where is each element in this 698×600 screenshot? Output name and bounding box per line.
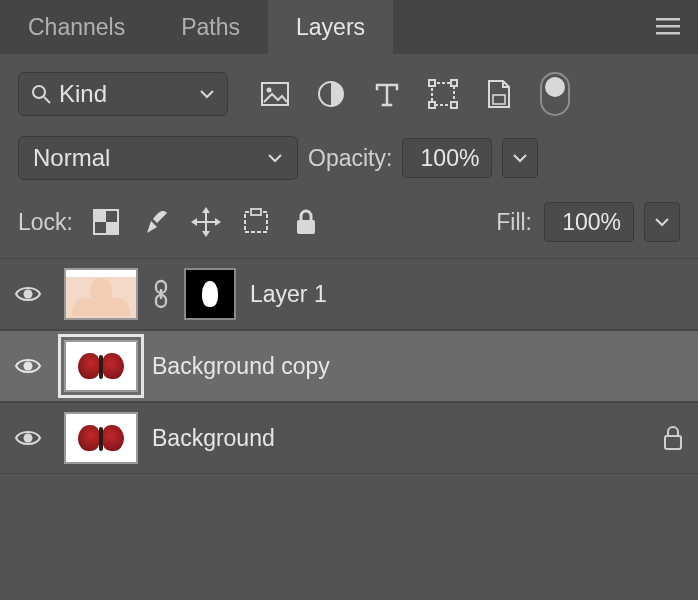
svg-rect-22 — [251, 209, 261, 215]
panel-tabs: Channels Paths Layers — [0, 0, 698, 54]
lock-icon — [662, 425, 684, 451]
filter-kind-dropdown[interactable]: Kind — [18, 72, 228, 116]
blend-mode-value: Normal — [33, 144, 267, 172]
svg-rect-0 — [656, 18, 680, 21]
lock-icons-group — [91, 207, 321, 237]
visibility-toggle[interactable] — [6, 284, 50, 304]
butterfly-thumb-image — [76, 423, 126, 453]
opacity-value-input[interactable]: 100% — [402, 138, 492, 178]
filter-type-icons — [260, 72, 570, 116]
lock-transparency-icon[interactable] — [91, 207, 121, 237]
layer-name[interactable]: Layer 1 — [250, 281, 327, 308]
svg-point-3 — [33, 86, 45, 98]
svg-marker-19 — [191, 218, 197, 226]
filter-adjustment-icon[interactable] — [316, 79, 346, 109]
layer-thumbnail[interactable] — [64, 340, 138, 392]
tab-paths[interactable]: Paths — [153, 0, 268, 54]
butterfly-thumb-image — [76, 351, 126, 381]
filter-type-icon[interactable] — [372, 79, 402, 109]
hamburger-icon — [656, 17, 680, 37]
svg-marker-20 — [215, 218, 221, 226]
eye-icon — [14, 428, 42, 448]
svg-point-29 — [24, 434, 33, 443]
tab-label: Paths — [181, 14, 240, 41]
tabs-spacer — [393, 0, 638, 54]
fill-label: Fill: — [496, 209, 532, 236]
mask-shape — [202, 281, 218, 307]
tab-channels[interactable]: Channels — [0, 0, 153, 54]
opacity-stepper[interactable] — [502, 138, 538, 178]
svg-line-4 — [44, 97, 50, 103]
layer-row[interactable]: Background — [0, 402, 698, 474]
search-icon — [31, 84, 51, 104]
fill-value: 100% — [562, 209, 621, 236]
blend-mode-dropdown[interactable]: Normal — [18, 136, 298, 180]
link-icon[interactable] — [152, 279, 170, 309]
chevron-down-icon — [199, 89, 215, 99]
fill-group: Fill: 100% — [496, 202, 680, 242]
svg-rect-16 — [106, 222, 118, 234]
svg-rect-23 — [297, 220, 315, 234]
layer-list: Layer 1 Background copy — [0, 258, 698, 474]
chevron-down-icon — [512, 153, 528, 163]
layer-row[interactable]: Background copy — [0, 330, 698, 402]
filter-row: Kind — [0, 54, 698, 126]
layer-row[interactable]: Layer 1 — [0, 258, 698, 330]
fill-value-input[interactable]: 100% — [544, 202, 634, 242]
layer-name[interactable]: Background — [152, 425, 275, 452]
svg-rect-5 — [262, 83, 288, 105]
lock-position-icon[interactable] — [191, 207, 221, 237]
filter-kind-label: Kind — [59, 80, 191, 108]
tab-label: Layers — [296, 14, 365, 41]
layer-name[interactable]: Background copy — [152, 353, 330, 380]
chevron-down-icon — [267, 153, 283, 163]
svg-point-6 — [267, 88, 272, 93]
visibility-toggle[interactable] — [6, 428, 50, 448]
svg-rect-30 — [665, 436, 681, 449]
lock-label: Lock: — [18, 209, 73, 236]
eye-icon — [14, 284, 42, 304]
fill-stepper[interactable] — [644, 202, 680, 242]
filter-toggle[interactable] — [540, 72, 570, 116]
layer-mask-thumbnail[interactable] — [184, 268, 236, 320]
svg-rect-11 — [429, 102, 435, 108]
svg-rect-1 — [656, 25, 680, 28]
chevron-down-icon — [654, 217, 670, 227]
opacity-label: Opacity: — [308, 145, 392, 172]
svg-rect-13 — [493, 95, 505, 104]
svg-point-28 — [24, 362, 33, 371]
face-thumb-image — [66, 270, 136, 318]
svg-marker-18 — [202, 231, 210, 237]
lock-artboard-icon[interactable] — [241, 207, 271, 237]
svg-rect-15 — [94, 210, 106, 222]
lock-pixels-icon[interactable] — [141, 207, 171, 237]
svg-rect-10 — [451, 80, 457, 86]
layer-thumbnail[interactable] — [64, 412, 138, 464]
layer-thumbnail[interactable] — [64, 268, 138, 320]
tab-label: Channels — [28, 14, 125, 41]
opacity-value: 100% — [421, 145, 480, 172]
blend-row: Normal Opacity: 100% — [0, 126, 698, 190]
svg-rect-2 — [656, 32, 680, 35]
eye-icon — [14, 356, 42, 376]
lock-row: Lock: Fill: 100% — [0, 190, 698, 258]
svg-marker-17 — [202, 207, 210, 213]
tab-layers[interactable]: Layers — [268, 0, 393, 54]
panel-menu-button[interactable] — [638, 0, 698, 54]
visibility-toggle[interactable] — [6, 356, 50, 376]
layers-panel: Channels Paths Layers Kind — [0, 0, 698, 600]
svg-rect-12 — [451, 102, 457, 108]
lock-all-icon[interactable] — [291, 207, 321, 237]
filter-smartobject-icon[interactable] — [484, 79, 514, 109]
filter-shape-icon[interactable] — [428, 79, 458, 109]
svg-rect-9 — [429, 80, 435, 86]
filter-pixel-icon[interactable] — [260, 79, 290, 109]
svg-point-24 — [24, 290, 33, 299]
